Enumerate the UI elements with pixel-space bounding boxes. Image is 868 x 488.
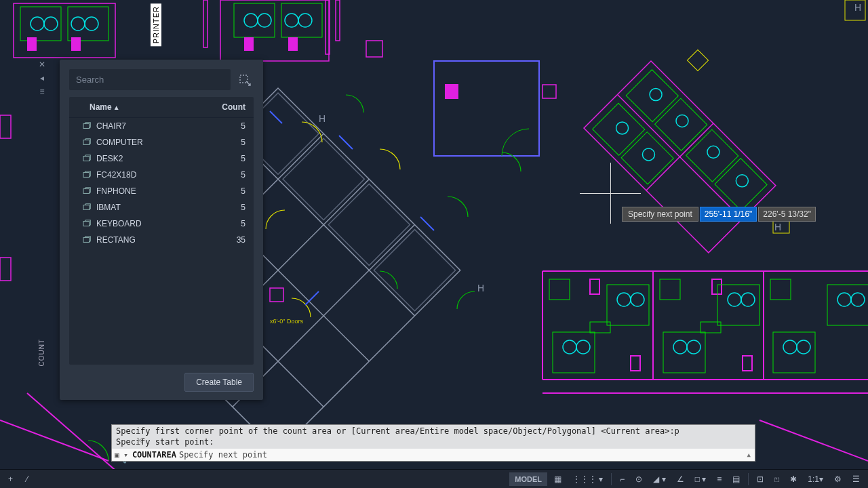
cmd-prompt-icon: ▣ ▾ bbox=[115, 451, 128, 460]
command-line[interactable]: Specify first corner point of the count … bbox=[111, 424, 755, 462]
block-icon bbox=[83, 155, 92, 163]
cmd-scroll-up-icon[interactable]: ▲ bbox=[747, 451, 751, 458]
table-row[interactable]: RECTANG35 bbox=[69, 232, 254, 248]
pin-icon[interactable]: ◂ bbox=[40, 73, 44, 83]
close-icon[interactable]: ✕ bbox=[39, 60, 45, 69]
svg-point-20 bbox=[285, 14, 298, 27]
svg-point-16 bbox=[71, 17, 85, 30]
active-command-name: COUNTAREA bbox=[132, 450, 176, 460]
svg-point-41 bbox=[614, 119, 631, 136]
row-name: COMPUTER bbox=[96, 138, 205, 147]
svg-rect-33 bbox=[686, 129, 738, 182]
svg-rect-6 bbox=[0, 115, 11, 138]
svg-rect-43 bbox=[687, 49, 708, 70]
svg-line-87 bbox=[305, 291, 319, 305]
customize-status-icon[interactable]: ☰ bbox=[848, 472, 864, 487]
svg-rect-48 bbox=[712, 279, 722, 294]
count-table: Name▲ Count CHAIR75COMPUTER5DESK25FC42X1… bbox=[69, 97, 254, 365]
col-name-header[interactable]: Name▲ bbox=[83, 102, 205, 112]
svg-rect-32 bbox=[655, 98, 707, 150]
svg-rect-12 bbox=[234, 3, 275, 37]
svg-point-38 bbox=[673, 113, 690, 129]
svg-rect-98 bbox=[83, 140, 90, 145]
table-row[interactable]: COMPUTER5 bbox=[69, 134, 254, 150]
annotation-visibility-icon[interactable]: ✱ bbox=[786, 472, 801, 487]
svg-point-39 bbox=[705, 144, 722, 161]
svg-rect-50 bbox=[743, 356, 752, 371]
otrack-icon[interactable]: □ ▾ bbox=[691, 472, 711, 487]
model-space-button[interactable]: MODEL bbox=[509, 472, 547, 486]
svg-rect-5 bbox=[0, 258, 11, 281]
svg-point-72 bbox=[783, 340, 797, 354]
cmdline-close-icon[interactable]: ✕ bbox=[136, 435, 144, 446]
select-objects-icon[interactable] bbox=[236, 71, 254, 89]
svg-text:H: H bbox=[774, 222, 781, 232]
row-count: 35 bbox=[205, 235, 245, 245]
svg-rect-97 bbox=[83, 124, 90, 129]
dyn-value-1[interactable]: 255'-11 1/16" bbox=[700, 207, 757, 222]
printer-label: PRINTER bbox=[151, 3, 161, 46]
snap-icon[interactable]: ⋮⋮⋮ ▾ bbox=[568, 472, 607, 487]
svg-point-73 bbox=[797, 340, 810, 354]
status-bar: + ∕ MODEL ▦ ⋮⋮⋮ ▾ ⌐ ⊙ ◢ ▾ ∠ □ ▾ ≡ ▤ ⊡ ⏍ … bbox=[0, 469, 868, 488]
row-count: 5 bbox=[205, 203, 245, 212]
row-count: 5 bbox=[205, 186, 245, 196]
count-sidebar-label: COUNT bbox=[38, 339, 45, 367]
command-input-row[interactable]: ▣ ▾ COUNTAREA Specify next point ▲ bbox=[112, 449, 755, 461]
create-table-button[interactable]: Create Table bbox=[184, 373, 254, 392]
block-icon bbox=[83, 187, 92, 195]
ortho-icon[interactable]: ⌐ bbox=[616, 472, 629, 487]
row-name: KEYBOARD bbox=[96, 219, 205, 228]
block-icon bbox=[83, 122, 92, 130]
row-name: CHAIR7 bbox=[96, 121, 205, 131]
col-count-header[interactable]: Count bbox=[205, 102, 245, 112]
workspace-gear-icon[interactable]: ⚙ bbox=[830, 472, 846, 487]
table-row[interactable]: FNPHONE5 bbox=[69, 183, 254, 199]
svg-rect-82 bbox=[283, 138, 364, 220]
table-row[interactable]: CHAIR75 bbox=[69, 118, 254, 134]
svg-point-15 bbox=[44, 17, 58, 30]
coordinates-toggle[interactable]: + bbox=[4, 472, 17, 487]
osnap-icon[interactable]: ∠ bbox=[673, 472, 688, 487]
transparency-icon[interactable]: ▤ bbox=[728, 472, 744, 487]
svg-rect-104 bbox=[83, 238, 90, 243]
svg-line-85 bbox=[339, 136, 353, 149]
svg-line-88 bbox=[270, 111, 282, 123]
grid-icon[interactable]: ▦ bbox=[550, 472, 566, 487]
cycling-icon[interactable]: ⊡ bbox=[753, 472, 768, 487]
svg-point-69 bbox=[576, 340, 590, 354]
table-row[interactable]: FC42X18D5 bbox=[69, 167, 254, 183]
svg-rect-25 bbox=[288, 37, 298, 51]
scale-label[interactable]: 1:1 ▾ bbox=[804, 472, 827, 487]
svg-point-21 bbox=[298, 14, 312, 27]
table-row[interactable]: IBMAT5 bbox=[69, 199, 254, 216]
svg-text:H: H bbox=[319, 113, 326, 124]
svg-point-63 bbox=[631, 293, 644, 306]
row-name: FC42X18D bbox=[96, 170, 205, 180]
dynamic-input: Specify next point 255'-11 1/16" 226'-5 … bbox=[622, 207, 816, 222]
block-icon bbox=[83, 138, 92, 146]
row-name: IBMAT bbox=[96, 203, 205, 212]
search-input[interactable] bbox=[69, 69, 231, 90]
svg-point-64 bbox=[728, 293, 741, 306]
svg-text:H: H bbox=[854, 2, 861, 13]
svg-rect-27 bbox=[445, 84, 458, 99]
table-row[interactable]: DESK25 bbox=[69, 150, 254, 167]
dyn-value-2[interactable]: 226'-5 13/32" bbox=[758, 207, 816, 222]
count-palette: Name▲ Count CHAIR75COMPUTER5DESK25FC42X1… bbox=[60, 60, 263, 400]
isodraft-icon[interactable]: ◢ ▾ bbox=[649, 472, 669, 487]
lineweight-icon[interactable]: ≡ bbox=[713, 472, 726, 487]
svg-point-19 bbox=[258, 14, 271, 27]
polar-icon[interactable]: ⊙ bbox=[631, 472, 646, 487]
annotation-scale-icon[interactable]: ⏍ bbox=[770, 472, 783, 487]
svg-rect-102 bbox=[83, 205, 90, 210]
row-name: DESK2 bbox=[96, 154, 205, 163]
svg-rect-4 bbox=[270, 288, 283, 302]
row-count: 5 bbox=[205, 154, 245, 163]
svg-text:H: H bbox=[477, 283, 484, 293]
svg-line-86 bbox=[420, 217, 434, 230]
svg-point-17 bbox=[85, 17, 98, 30]
svg-rect-101 bbox=[83, 189, 90, 194]
table-row[interactable]: KEYBOARD5 bbox=[69, 216, 254, 232]
menu-icon[interactable]: ≡ bbox=[39, 87, 44, 96]
